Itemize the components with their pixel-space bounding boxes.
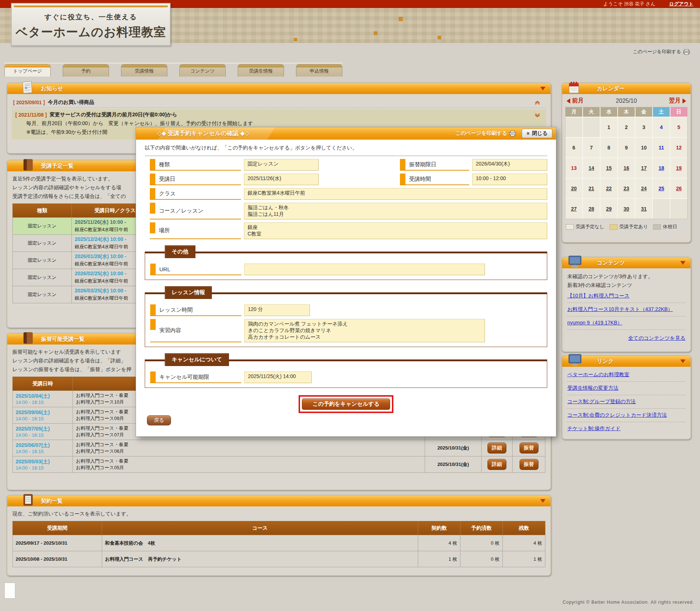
section-lesson-title: レッスン情報 bbox=[165, 286, 212, 299]
modal-title: ◇◆ 受講予約キャンセルの確認 ◆◇ bbox=[157, 130, 249, 137]
content-link[interactable]: nyumon 9（419.17KB） bbox=[567, 316, 685, 330]
calendar-day-30[interactable]: 30 bbox=[618, 199, 635, 219]
external-link[interactable]: ベターホームのお料理教室 bbox=[567, 368, 685, 382]
collapse-up-icon[interactable] bbox=[534, 100, 540, 106]
external-link[interactable]: チケット制:操作ガイド bbox=[567, 422, 685, 435]
detail-button[interactable]: 詳細 bbox=[487, 443, 506, 454]
tab-application-info[interactable]: 申込情報 bbox=[296, 64, 342, 77]
contract-icon bbox=[22, 493, 34, 507]
calendar-day-22[interactable]: 22 bbox=[600, 179, 617, 198]
calendar-day-25[interactable]: 25 bbox=[653, 179, 670, 198]
row-time: 14:00 - 16:15 bbox=[16, 416, 70, 421]
calendar-day-23[interactable]: 23 bbox=[618, 179, 635, 198]
calendar-day-16[interactable]: 16 bbox=[618, 158, 635, 178]
field-row: 実習内容 鶏肉のカマンベール煮 フェットチーネ添え きのことカラフル野菜の焼きマ… bbox=[150, 319, 542, 342]
transfer-button[interactable]: 振替 bbox=[520, 443, 538, 454]
transfer-button[interactable]: 振替 bbox=[520, 459, 538, 470]
calendar-day-13: 13 bbox=[565, 158, 582, 178]
table-row: 2025/05/03(土)14:00 - 16:15 お料理入門コース・春夏 お… bbox=[13, 456, 545, 473]
table-row: 2025/10/08 - 2025/10/31 お料理入門コース 再予約チケット… bbox=[13, 551, 545, 567]
calendar-day-10: 10 bbox=[635, 138, 652, 157]
remaining-count: 1 枚 bbox=[503, 551, 545, 567]
field-time-label: 受講時間 bbox=[400, 174, 469, 185]
printer-icon bbox=[509, 131, 516, 136]
transferable-box-title: 振替可能受講一覧 bbox=[7, 336, 85, 343]
calendar-day-29[interactable]: 29 bbox=[600, 199, 617, 219]
site-logo[interactable]: すぐに役立ち、一生使える ベターホームのお料理教室 bbox=[11, 3, 171, 46]
calendar-day-6: 6 bbox=[565, 138, 582, 157]
calendar-day-17[interactable]: 17 bbox=[635, 158, 652, 178]
links-header: リンク bbox=[562, 356, 691, 367]
detail-button[interactable]: 詳細 bbox=[487, 459, 506, 470]
cancel-reservation-button[interactable]: この予約をキャンセルする bbox=[302, 398, 390, 410]
back-button[interactable]: 戻る bbox=[147, 415, 171, 425]
field-cancel-deadline-value: 2025/11/25(火) 14:00 bbox=[244, 371, 312, 383]
external-link[interactable]: 受講生情報の変更方法 bbox=[567, 382, 685, 395]
close-button[interactable]: × 閉じる bbox=[522, 129, 552, 138]
lesson-type: 固定レッスン bbox=[13, 218, 72, 235]
tab-course-info[interactable]: 受講情報 bbox=[121, 64, 167, 77]
logo-tagline: すぐに役立ち、一生使える bbox=[12, 12, 170, 22]
calendar-day-21[interactable]: 21 bbox=[583, 179, 600, 198]
field-row: キャンセル可能期限 2025/11/25(火) 14:00 bbox=[150, 371, 542, 383]
calendar-day-20[interactable]: 20 bbox=[565, 179, 582, 198]
content-link[interactable]: 【10月】お料理入門コース bbox=[567, 289, 685, 303]
calendar-day-8: 8 bbox=[600, 138, 617, 157]
contracts-table: 受講期間 コース 契約数 予約済数 残数 2025/09/17 - 2025/1… bbox=[12, 521, 545, 567]
field-row: 種類 固定レッスン 振替期限日 2026/04/30(木) bbox=[150, 159, 547, 171]
see-all-contents-link[interactable]: 全てのコンテンツを見る bbox=[567, 335, 685, 342]
label-marker bbox=[150, 222, 155, 233]
calendar-day-12: 12 bbox=[670, 138, 687, 157]
legend-label: 受講予定なし bbox=[576, 223, 604, 230]
calendar-day-27[interactable]: 27 bbox=[565, 199, 582, 219]
row-time: 14:00 - 16:15 bbox=[16, 449, 70, 454]
tab-top-page[interactable]: トップページ bbox=[4, 64, 51, 77]
news-collapse-toggle[interactable] bbox=[540, 87, 545, 90]
reserved-count: 0 枚 bbox=[460, 551, 503, 567]
field-class-value: 銀座C教室第4水曜日午前 bbox=[244, 188, 547, 200]
field-row: 場所 銀座 C教室 bbox=[150, 222, 547, 239]
calendar-day-14[interactable]: 14 bbox=[583, 158, 600, 178]
calendar-day-15[interactable]: 15 bbox=[600, 158, 617, 178]
calendar-day-24[interactable]: 24 bbox=[635, 179, 652, 198]
col-remaining: 残数 bbox=[503, 521, 545, 535]
contracts-collapse-toggle[interactable] bbox=[540, 499, 545, 503]
tab-student-info[interactable]: 受講生情報 bbox=[238, 64, 284, 77]
label-marker bbox=[150, 159, 155, 170]
prev-month-label: 前月 bbox=[572, 97, 584, 105]
tab-reservation[interactable]: 予約 bbox=[63, 64, 109, 77]
contents-collapse-toggle[interactable] bbox=[680, 261, 685, 265]
logout-link[interactable]: ログアウト bbox=[669, 1, 693, 7]
tab-contents[interactable]: コンテンツ bbox=[179, 64, 226, 77]
external-link[interactable]: コース制:グループ登録の方法 bbox=[567, 395, 685, 409]
label-marker bbox=[150, 188, 155, 199]
col-datetime: 受講日時 bbox=[13, 377, 73, 391]
content-link[interactable]: お料理入門コース10月テキスト（437.22KB） bbox=[567, 303, 685, 316]
calendar-day-28[interactable]: 28 bbox=[583, 199, 600, 219]
calendar-header: カレンダー bbox=[562, 83, 691, 94]
print-page-link[interactable]: このページを印刷する bbox=[633, 48, 690, 55]
calendar-day-19[interactable]: 19 bbox=[670, 158, 687, 178]
expand-down-icon[interactable] bbox=[534, 112, 540, 119]
contents-header: コンテンツ bbox=[562, 257, 691, 268]
modal-print-link[interactable]: このページを印刷する bbox=[455, 130, 516, 137]
label-marker bbox=[400, 159, 405, 170]
calendar-day-18[interactable]: 18 bbox=[653, 158, 670, 178]
prev-month-button[interactable]: 前月 bbox=[567, 97, 584, 105]
logo-title: ベターホームのお料理教室 bbox=[12, 24, 170, 40]
day-header-sat: 土 bbox=[653, 107, 670, 117]
field-type-value: 固定レッスン bbox=[244, 159, 319, 171]
calendar-month: 2025/10 bbox=[616, 98, 637, 104]
logo-accent-bar bbox=[14, 5, 168, 7]
table-row: 2025/09/17 - 2025/10/31 和食基本技術の会 4枚 4 枚 … bbox=[13, 535, 545, 551]
calendar-day-31[interactable]: 31 bbox=[635, 199, 652, 219]
label-marker bbox=[150, 304, 156, 315]
links-collapse-toggle[interactable] bbox=[680, 359, 685, 363]
calendar-day-11: 11 bbox=[653, 138, 670, 157]
row-date: 2025/05/03(土) bbox=[16, 459, 70, 465]
calendar-day-26[interactable]: 26 bbox=[670, 179, 687, 198]
external-link[interactable]: コース制:会費のクレジットカード決済方法 bbox=[567, 409, 685, 422]
news-item-title: 変更サービスの受付は受講月の前月20日(午前0:00)から bbox=[50, 112, 177, 118]
next-month-button[interactable]: 翌月 bbox=[669, 97, 686, 105]
cancel-button-row: この予約をキャンセルする bbox=[145, 395, 547, 413]
